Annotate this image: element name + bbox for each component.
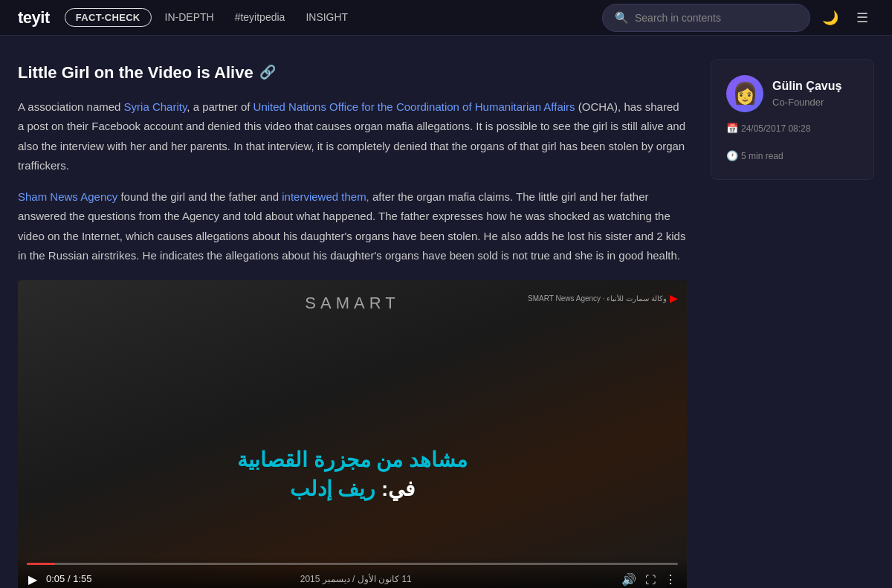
video-time-display: 0:05 / 1:55 — [46, 571, 91, 588]
search-input[interactable] — [635, 12, 798, 24]
article-para1: A association named Syria Charity, a par… — [18, 97, 687, 175]
video-volume-button[interactable]: 🔊 — [620, 571, 638, 588]
author-header: 👩 Gülin Çavuş Co-Founder — [726, 75, 859, 112]
video-more-button[interactable]: ⋮ — [663, 571, 678, 588]
interviewed-them-link[interactable]: interviewed them, — [282, 190, 369, 203]
article-link-icon[interactable]: 🔗 — [259, 62, 276, 83]
video-watermark: ▶ وكالة سمارت للأنباء · SMART News Agenc… — [528, 289, 678, 308]
calendar-icon: 📅 — [726, 121, 738, 137]
author-card: 👩 Gülin Çavuş Co-Founder 📅 24/05/2017 08… — [711, 59, 874, 180]
moon-icon: 🌙 — [822, 10, 838, 25]
sham-news-link[interactable]: Sham News Agency — [18, 190, 117, 203]
clock-icon: 🕐 — [726, 149, 738, 164]
video-progress-fill — [27, 563, 55, 565]
video-arabic-overlay: مشاهد من مجزرة القصابية في: ريف إدلب — [18, 445, 687, 503]
read-time: 🕐 5 min read — [726, 149, 783, 164]
video-controls: ▶ 0:05 / 1:55 11 كانون الأول / ديسمبر 20… — [18, 557, 687, 588]
play-icon: ▶ — [28, 573, 37, 586]
nav-factcheck-button[interactable]: FACT-CHECK — [65, 8, 152, 27]
nav-indepth-link[interactable]: IN-DEPTH — [158, 9, 222, 25]
syria-charity-link[interactable]: Syria Charity — [124, 100, 187, 113]
page-layout: Little Girl on the Video is Alive 🔗 A as… — [0, 36, 892, 588]
video-play-button[interactable]: ▶ — [27, 571, 39, 588]
un-ocha-link[interactable]: United Nations Office for the Coordinati… — [253, 100, 575, 113]
video-background: SAMART ▶ وكالة سمارت للأنباء · SMART New… — [18, 280, 687, 588]
video-progress-track[interactable] — [27, 563, 678, 565]
video-brand-overlay: SAMART — [305, 289, 399, 318]
menu-icon: ☰ — [856, 10, 868, 25]
article-title: Little Girl on the Video is Alive 🔗 — [18, 59, 687, 85]
sidebar: 👩 Gülin Çavuş Co-Founder 📅 24/05/2017 08… — [711, 59, 874, 588]
volume-icon: 🔊 — [621, 573, 636, 586]
article-date: 📅 24/05/2017 08:28 — [726, 121, 810, 137]
nav-teyitpedia-link[interactable]: #teyitpedia — [227, 9, 293, 25]
author-name: Gülin Çavuş — [772, 77, 841, 96]
video-player[interactable]: SAMART ▶ وكالة سمارت للأنباء · SMART New… — [18, 280, 687, 588]
search-icon: 🔍 — [615, 9, 629, 27]
avatar: 👩 — [726, 75, 763, 112]
author-meta: 📅 24/05/2017 08:28 🕐 5 min read — [726, 121, 859, 164]
dark-mode-button[interactable]: 🌙 — [816, 7, 844, 29]
video-date-label: 11 كانون الأول / ديسمبر 2015 — [99, 572, 613, 587]
author-role: Co-Founder — [772, 95, 841, 111]
more-icon: ⋮ — [665, 573, 676, 586]
author-info: Gülin Çavuş Co-Founder — [772, 77, 841, 111]
main-content: Little Girl on the Video is Alive 🔗 A as… — [18, 59, 687, 588]
article-body: A association named Syria Charity, a par… — [18, 97, 687, 588]
nav-insight-link[interactable]: INSIGHT — [298, 9, 355, 25]
menu-button[interactable]: ☰ — [850, 7, 874, 29]
article-para2: Sham News Agency found the girl and the … — [18, 187, 687, 265]
brand-logo: teyit — [18, 4, 50, 30]
video-controls-row: ▶ 0:05 / 1:55 11 كانون الأول / ديسمبر 20… — [27, 571, 678, 588]
fullscreen-icon: ⛶ — [645, 574, 656, 586]
navbar: teyit FACT-CHECK IN-DEPTH #teyitpedia IN… — [0, 0, 892, 36]
video-fullscreen-button[interactable]: ⛶ — [644, 572, 657, 588]
video-right-controls: 🔊 ⛶ ⋮ — [620, 571, 678, 588]
search-bar: 🔍 — [602, 4, 810, 32]
